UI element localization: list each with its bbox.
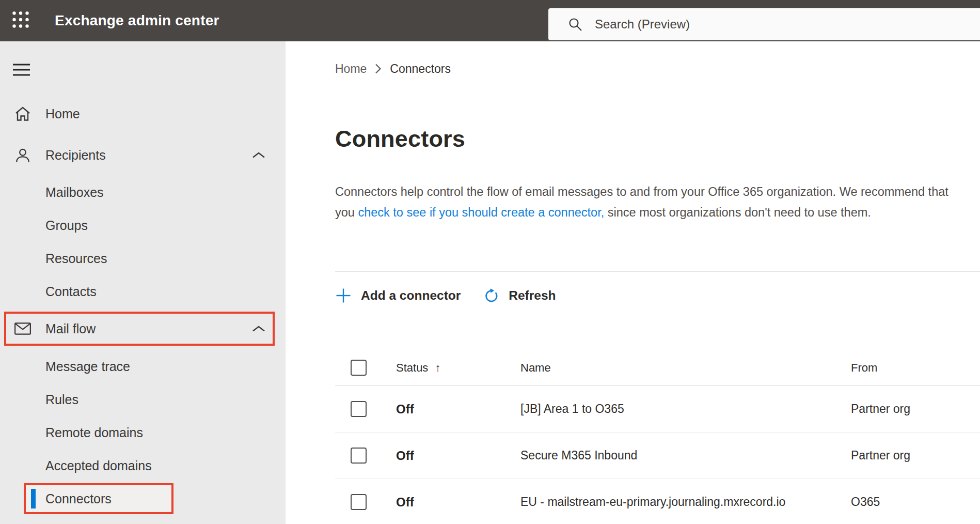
cell-status: Off: [396, 449, 520, 463]
sidebar-item-message-trace[interactable]: Message trace: [0, 350, 286, 383]
app-title: Exchange admin center: [55, 12, 219, 29]
sidebar-item-label: Resources: [45, 251, 107, 266]
sidebar: Home Recipients Mailboxes Groups Reso: [0, 41, 286, 524]
cell-name[interactable]: Secure M365 Inbound: [520, 449, 851, 463]
cell-name[interactable]: [JB] Area 1 to O365: [520, 402, 851, 416]
sidebar-item-home[interactable]: Home: [0, 97, 286, 130]
person-icon: [14, 147, 31, 163]
toolbar: Add a connector Refresh: [335, 283, 980, 309]
sidebar-item-groups[interactable]: Groups: [0, 209, 286, 242]
page-description: Connectors help control the flow of emai…: [335, 181, 961, 223]
refresh-button[interactable]: Refresh: [483, 288, 556, 304]
refresh-label: Refresh: [509, 288, 556, 303]
create-connector-link[interactable]: check to see if you should create a conn…: [358, 206, 604, 219]
search-input[interactable]: [595, 17, 980, 32]
description-text-after: since most organizations don't need to u…: [604, 206, 871, 219]
page-title: Connectors: [335, 124, 980, 155]
breadcrumb-chevron-icon: [375, 63, 382, 74]
sidebar-item-label: Connectors: [45, 491, 112, 506]
app-launcher-icon: [11, 10, 30, 31]
sidebar-item-resources[interactable]: Resources: [0, 242, 286, 275]
column-header-from[interactable]: From: [851, 361, 980, 375]
topbar: Exchange admin center: [0, 0, 980, 41]
main-content: Home Connectors Connectors Connectors he…: [286, 41, 980, 524]
sidebar-item-label: Contacts: [45, 284, 97, 299]
sidebar-item-contacts[interactable]: Contacts: [0, 275, 286, 308]
home-icon: [14, 106, 31, 121]
cell-status: Off: [396, 402, 520, 417]
breadcrumb-home[interactable]: Home: [335, 62, 367, 76]
sidebar-item-accepted-domains[interactable]: Accepted domains: [0, 449, 286, 482]
table-row[interactable]: Off EU - mailstream-eu-primary.journalin…: [335, 479, 980, 524]
hamburger-button[interactable]: [12, 64, 35, 78]
add-connector-button[interactable]: Add a connector: [335, 287, 461, 304]
cell-from: Partner org: [851, 402, 980, 416]
selected-indicator: [31, 489, 36, 508]
sidebar-item-rules[interactable]: Rules: [0, 383, 286, 416]
table-row[interactable]: Off [JB] Area 1 to O365 Partner org: [335, 386, 980, 433]
sidebar-item-label: Groups: [45, 218, 88, 233]
chevron-up-icon[interactable]: [252, 325, 265, 332]
hamburger-icon: [12, 63, 33, 79]
sidebar-item-remote-domains[interactable]: Remote domains: [0, 416, 286, 449]
cell-name[interactable]: EU - mailstream-eu-primary.journaling.mx…: [520, 495, 851, 509]
breadcrumb-current: Connectors: [390, 62, 451, 76]
add-icon: [335, 287, 352, 304]
cell-status: Off: [396, 495, 520, 510]
sidebar-item-label: Remote domains: [45, 425, 143, 440]
sidebar-item-recipients[interactable]: Recipients: [0, 138, 286, 172]
mail-icon: [14, 322, 31, 335]
toolbar-divider: [335, 271, 980, 272]
sidebar-item-label: Accepted domains: [45, 458, 152, 473]
sidebar-item-mail-flow[interactable]: Mail flow: [0, 312, 286, 345]
row-checkbox[interactable]: [351, 401, 367, 417]
sidebar-item-label: Mailboxes: [45, 185, 104, 200]
sidebar-nav: Home Recipients Mailboxes Groups Reso: [0, 97, 286, 515]
table-header-row: Status ↑ Name From: [335, 350, 980, 386]
sidebar-item-label: Recipients: [45, 148, 106, 163]
cell-from: Partner org: [851, 449, 980, 463]
connectors-table: Status ↑ Name From Off [JB] Area 1 to O3…: [335, 350, 980, 524]
app-launcher-button[interactable]: [0, 0, 41, 41]
row-checkbox[interactable]: [351, 448, 367, 464]
sidebar-item-label: Home: [45, 106, 80, 121]
sort-ascending-icon[interactable]: ↑: [435, 361, 440, 375]
annotation-box-mail-flow: [4, 312, 275, 346]
search-box[interactable]: [548, 8, 980, 40]
table-row[interactable]: Off Secure M365 Inbound Partner org: [335, 433, 980, 479]
column-header-name[interactable]: Name: [520, 361, 851, 375]
sidebar-item-mailboxes[interactable]: Mailboxes: [0, 176, 286, 209]
sidebar-item-label: Message trace: [45, 359, 130, 374]
search-icon: [568, 17, 582, 32]
breadcrumb: Home Connectors: [335, 60, 980, 77]
sidebar-item-connectors[interactable]: Connectors: [0, 482, 286, 515]
column-header-status[interactable]: Status: [396, 361, 428, 375]
row-checkbox[interactable]: [351, 494, 367, 510]
select-all-checkbox[interactable]: [351, 360, 367, 376]
sidebar-item-label: Rules: [45, 392, 78, 407]
add-connector-label: Add a connector: [361, 288, 461, 303]
chevron-up-icon[interactable]: [252, 151, 265, 159]
cell-from: O365: [851, 495, 980, 509]
refresh-icon: [483, 288, 499, 304]
sidebar-item-label: Mail flow: [45, 321, 96, 336]
